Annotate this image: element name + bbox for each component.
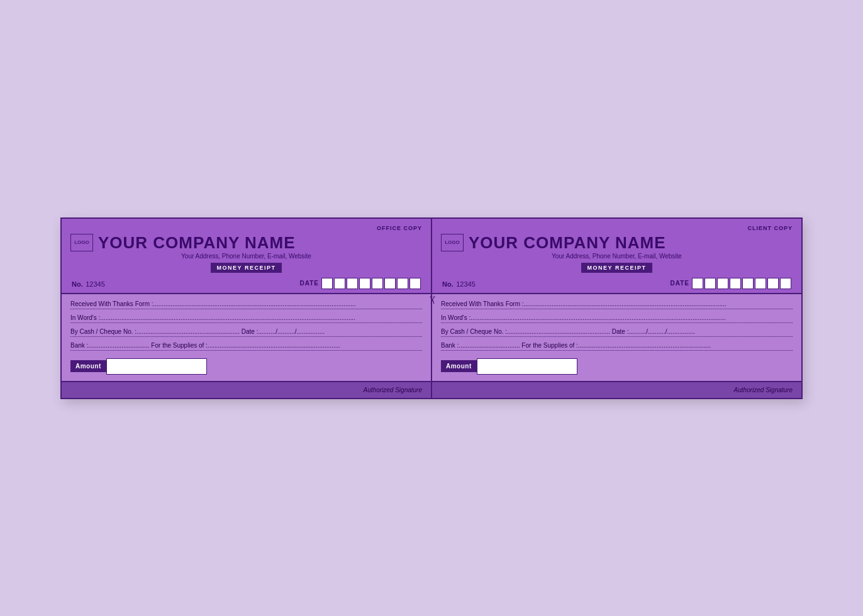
client-date-box-2[interactable] [704, 278, 716, 289]
dashed-top [431, 219, 432, 292]
office-company-row: LOGO YOUR COMPANY NAME [70, 234, 422, 251]
office-badge-row: MONEY RECEIPT [70, 260, 422, 273]
office-company-address: Your Address, Phone Number, E-mail, Webs… [70, 253, 422, 260]
client-badge-row: MONEY RECEIPT [441, 260, 793, 273]
client-date-box-7[interactable] [767, 278, 779, 289]
client-date-box-3[interactable] [717, 278, 728, 289]
client-date-box-6[interactable] [755, 278, 766, 289]
client-logo: LOGO [441, 234, 464, 251]
office-form-line-2: In Word's :.............................… [70, 314, 422, 323]
office-amount-badge: Amount [70, 360, 106, 372]
client-company-address: Your Address, Phone Number, E-mail, Webs… [441, 253, 793, 260]
client-company-name: YOUR COMPANY NAME [469, 234, 666, 251]
office-money-receipt-badge: MONEY RECEIPT [211, 263, 282, 273]
client-money-receipt-badge: MONEY RECEIPT [581, 263, 653, 273]
office-date-box-1[interactable] [321, 278, 333, 289]
client-form-line-3: By Cash / Cheque No. :..................… [441, 328, 793, 337]
office-authorized-signature: Authorized Signature [364, 387, 422, 393]
office-date-box-2[interactable] [334, 278, 345, 289]
office-form-line-3: By Cash / Cheque No. :..................… [70, 328, 422, 337]
client-footer: Authorized Signature [432, 382, 801, 398]
office-company-name: YOUR COMPANY NAME [98, 234, 296, 251]
office-footer: Authorized Signature [62, 382, 431, 398]
receipt-divider: ✂ [431, 219, 432, 381]
client-no-label: No. [442, 280, 454, 288]
client-date-box-4[interactable] [730, 278, 741, 289]
client-amount-badge: Amount [441, 360, 477, 372]
client-form-line-1: Received With Thanks Form :.............… [441, 300, 793, 309]
client-authorized-signature: Authorized Signature [734, 387, 793, 393]
office-date-box-6[interactable] [384, 278, 396, 289]
office-no-section: No. 12345 [72, 278, 105, 289]
office-no-value: 12345 [86, 280, 105, 288]
client-company-row: LOGO YOUR COMPANY NAME [441, 234, 793, 251]
office-date-row: DATE [300, 278, 421, 289]
office-form-line-1: Received With Thanks Form :.............… [70, 300, 422, 309]
scissors-icon: ✂ [425, 295, 438, 304]
office-date-box-5[interactable] [372, 278, 383, 289]
client-copy-header: CLIENT COPY LOGO YOUR COMPANY NAME Your … [432, 219, 801, 294]
client-form-line-4: Bank :..................................… [441, 342, 793, 351]
client-amount-row: Amount [441, 358, 793, 375]
receipt-footer: Authorized Signature Authorized Signatur… [62, 381, 801, 398]
client-no-value: 12345 [456, 280, 476, 288]
office-number-date-row: No. 12345 DATE [70, 278, 422, 289]
office-date-box-8[interactable] [409, 278, 421, 289]
office-copy-header: OFFICE COPY LOGO YOUR COMPANY NAME Your … [62, 219, 431, 294]
client-number-date-row: No. 12345 DATE [441, 278, 793, 289]
client-date-box-5[interactable] [742, 278, 754, 289]
office-form-line-4: Bank :..................................… [70, 342, 422, 351]
client-date-boxes [692, 278, 791, 289]
office-copy: OFFICE COPY LOGO YOUR COMPANY NAME Your … [62, 219, 431, 381]
office-date-box-4[interactable] [359, 278, 370, 289]
client-date-row: DATE [671, 278, 791, 289]
client-copy-label: CLIENT COPY [441, 225, 793, 231]
client-copy-body: Received With Thanks Form :.............… [432, 294, 801, 381]
client-no-section: No. 12345 [442, 278, 476, 289]
office-date-box-7[interactable] [397, 278, 408, 289]
office-amount-row: Amount [70, 358, 422, 375]
office-copy-label: OFFICE COPY [70, 225, 422, 231]
client-date-label: DATE [671, 280, 689, 287]
client-copy: CLIENT COPY LOGO YOUR COMPANY NAME Your … [432, 219, 801, 381]
office-date-boxes [321, 278, 421, 289]
office-no-label: No. [72, 280, 83, 288]
receipt-copies-row: OFFICE COPY LOGO YOUR COMPANY NAME Your … [62, 219, 801, 381]
client-form-line-2: In Word's :.............................… [441, 314, 793, 323]
client-date-box-1[interactable] [692, 278, 703, 289]
client-date-box-8[interactable] [780, 278, 791, 289]
office-copy-body: Received With Thanks Form :.............… [62, 294, 431, 381]
receipt-document: OFFICE COPY LOGO YOUR COMPANY NAME Your … [60, 217, 803, 399]
office-date-label: DATE [300, 280, 319, 287]
office-amount-field[interactable] [106, 358, 207, 375]
office-date-box-3[interactable] [347, 278, 358, 289]
office-logo: LOGO [70, 234, 93, 251]
client-amount-field[interactable] [477, 358, 577, 375]
dashed-bottom [431, 308, 432, 381]
